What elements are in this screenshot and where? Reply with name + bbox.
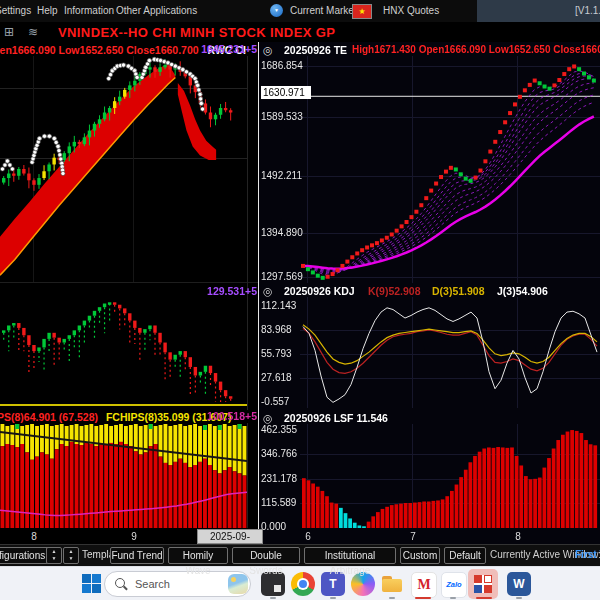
menu-information[interactable]: Information: [64, 5, 114, 17]
start-pane: [92, 584, 101, 593]
kdj-chart[interactable]: [300, 297, 600, 408]
te-ytick: 1492.211: [261, 170, 311, 182]
symbol-title: VNINDEX--HO CHI MINH STOCK INDEX GP: [58, 25, 335, 40]
homily-wave-button[interactable]: Homily Wave: [168, 547, 228, 564]
start-pane: [82, 574, 91, 583]
right-xtick: 7: [406, 531, 420, 543]
spinner-up-down[interactable]: ▲ ▼: [46, 547, 62, 564]
spinner-up-down[interactable]: ▲ ▼: [63, 547, 79, 564]
running-indicator: [330, 597, 336, 599]
te-ytick: 1589.533: [261, 111, 311, 123]
stock-app-icon-active[interactable]: [468, 569, 498, 599]
stock-grid-q4: [484, 585, 492, 593]
date-indicator-box: 2025-09-26,Fri: [197, 529, 263, 544]
start-pane: [92, 574, 101, 583]
left-bot-ps-label: PS(8)64.901 (67.528): [0, 410, 98, 423]
version-label: [V1.1.: [575, 5, 600, 17]
lsf-ytick: 346.766: [261, 448, 311, 460]
custom-button[interactable]: Custom: [400, 547, 440, 564]
kdj-ytick: 55.793: [261, 348, 311, 360]
vietnam-flag-icon[interactable]: ★: [352, 4, 372, 19]
chrome-icon[interactable]: [291, 572, 315, 596]
te-ytick: 1686.854: [261, 60, 311, 72]
lsf-ytick: 462.355: [261, 424, 311, 436]
search-input[interactable]: Search: [104, 571, 251, 597]
left-mid-value: 129.531+5: [184, 285, 257, 298]
file-explorer-icon[interactable]: [380, 572, 404, 596]
left-main-chart[interactable]: [0, 56, 247, 282]
kdj-compass-icon[interactable]: ◎: [263, 284, 273, 298]
current-market-button[interactable]: Current Market: [290, 5, 357, 17]
kdj-title: 20250926 KDJ: [284, 284, 355, 298]
institutional-arbitrage-button[interactable]: Institutional Arbitrage: [304, 547, 396, 564]
menu-other-applications[interactable]: Other Applications: [116, 5, 197, 17]
kdj-k-label: K(9)52.908: [368, 284, 421, 298]
right-xtick: 8: [511, 531, 525, 543]
te-ytick: 1394.890: [261, 227, 311, 239]
lsf-ytick: 231.178: [261, 473, 311, 485]
spinner-up-icon[interactable]: ▲: [47, 548, 61, 555]
lsf-chart[interactable]: [300, 424, 600, 528]
stock-grid-q1: [474, 575, 482, 583]
current-market-icon: ▼: [270, 4, 283, 17]
search-placeholder: Search: [135, 577, 170, 591]
active-window-value[interactable]: First W: [575, 549, 600, 561]
menu-settings[interactable]: Settings: [0, 5, 31, 17]
search-highlight-thumbnail[interactable]: [228, 574, 248, 594]
fund-trend-button[interactable]: Fund Trend: [110, 547, 164, 564]
window-icon[interactable]: ⊞: [4, 25, 14, 39]
left-bot-value: 100.518+5: [184, 410, 257, 423]
te-ohlc: High1671.430 Open1666.090 Low1652.650 Cl…: [352, 43, 600, 57]
word-icon[interactable]: W: [507, 572, 531, 596]
window-border-line: [258, 42, 259, 543]
te-compass-icon[interactable]: ◎: [263, 43, 273, 57]
left-main-ohlc: Open1666.090 Low1652.650 Close1660.700: [0, 43, 199, 56]
default-button[interactable]: Default: [444, 547, 486, 564]
left-xtick: 8: [27, 531, 41, 543]
search-icon-handle: [123, 585, 128, 590]
spinner-down-icon[interactable]: ▼: [47, 555, 61, 562]
kdj-ytick: 83.968: [261, 324, 311, 336]
right-xtick: 6: [301, 531, 315, 543]
zalo-icon[interactable]: Zalo: [441, 572, 467, 598]
kdj-d-label: D(3)51.908: [432, 284, 485, 298]
left-bot-chart[interactable]: [0, 423, 247, 528]
left-xtick: 9: [127, 531, 141, 543]
lsf-ytick: 115.589: [261, 497, 311, 509]
layers-icon[interactable]: ≋: [28, 25, 38, 39]
chrome-inner-dot: [299, 580, 307, 588]
te-ytick: 1297.569: [261, 271, 311, 283]
kdj-j-label: J(3)54.906: [497, 284, 548, 298]
hnx-quotes-button[interactable]: HNX Quotes: [383, 5, 439, 17]
lsf-compass-icon[interactable]: ◎: [263, 411, 273, 425]
te-title: 20250926 TE: [284, 43, 347, 57]
spinner-up-icon[interactable]: ▲: [64, 548, 78, 555]
double-swords-button[interactable]: Double Swords: [232, 547, 300, 564]
menu-help[interactable]: Help: [37, 5, 58, 17]
sun-icon: [231, 577, 236, 582]
start-button[interactable]: [82, 574, 101, 593]
running-indicator: [270, 597, 276, 599]
running-indicator: [516, 597, 522, 599]
left-main-value: 1645.231+5: [184, 43, 257, 56]
left-mid-separator: [0, 282, 258, 283]
kdj-ytick: 112.143: [261, 300, 311, 312]
running-indicator: [450, 597, 456, 599]
running-indicator-active: [415, 597, 431, 599]
kdj-ytick: -0.557: [261, 396, 311, 408]
stock-grid-q3: [474, 585, 482, 593]
start-pane: [82, 584, 91, 593]
running-indicator: [389, 597, 395, 599]
running-indicator-active: [476, 597, 492, 599]
stock-grid-q2: [484, 575, 492, 583]
folder-body: [382, 579, 402, 592]
trading-app-window: Settings Help Information Other Applicat…: [0, 0, 600, 600]
te-chart[interactable]: [300, 56, 600, 283]
dark-app-glyph: [274, 585, 281, 592]
left-mid-chart[interactable]: [0, 284, 247, 406]
te-current-price-tag: 1630.971: [261, 86, 311, 99]
lsf-title: 20250926 LSF 11.546: [284, 411, 388, 425]
misa-m-app-icon[interactable]: M: [411, 572, 437, 598]
kdj-ytick: 27.618: [261, 372, 311, 384]
spinner-down-icon[interactable]: ▼: [64, 555, 78, 562]
